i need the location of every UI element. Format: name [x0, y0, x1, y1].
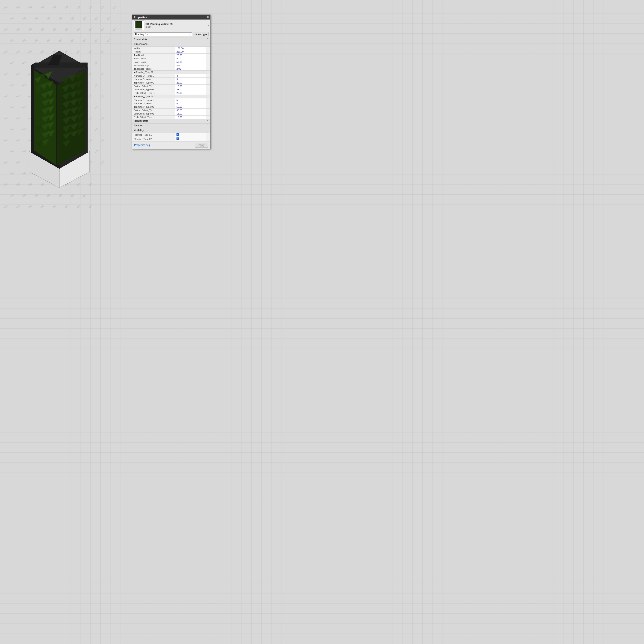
- svg-rect-62: [31, 65, 34, 150]
- vis-value-2[interactable]: [175, 137, 206, 141]
- vis-value-1[interactable]: [175, 133, 206, 137]
- svg-rect-66: [136, 22, 141, 29]
- table-row: Height 250.00: [132, 50, 210, 54]
- table-row: Right Offset_Type ... 18.00: [132, 116, 210, 119]
- subgroup-label-2: Planting_Type 02: [136, 95, 153, 98]
- prop-value-num-horiz-2[interactable]: 5: [175, 98, 206, 102]
- prop-value-base-depth[interactable]: 40.00: [175, 57, 206, 60]
- checkbox-planting-type-02[interactable]: [176, 137, 179, 140]
- component-info: RD_Planting Vertical 03 Black: [146, 23, 206, 28]
- table-row: Top Offser_Type 02 50.00: [132, 105, 210, 109]
- model-svg: [17, 43, 102, 188]
- table-row: Bottom Offset_Ty... 30.00: [132, 109, 210, 112]
- prop-value-num-vert-1[interactable]: 5: [175, 78, 206, 81]
- component-name: RD_Planting Vertical 03: [146, 23, 206, 26]
- table-row: Number Of Vertic... 4: [132, 102, 210, 105]
- prop-value-left-offset-1[interactable]: 23.00: [175, 88, 206, 91]
- prop-value-right-offset-2[interactable]: 18.00: [175, 116, 206, 119]
- prop-value-left-offset-2[interactable]: 18.00: [175, 112, 206, 116]
- phasing-label: Phasing: [134, 124, 143, 127]
- prop-checkbox-bottom-offset-2: [206, 109, 210, 112]
- properties-panel: Properties × RD_Planting Vertical 03 Bla…: [132, 14, 211, 149]
- subgroup-row-2[interactable]: ▶ Planting_Type 02: [132, 95, 210, 98]
- section-dimensions[interactable]: Dimensions ⌄: [132, 42, 210, 47]
- table-row: Base Depth 40.00: [132, 57, 210, 60]
- table-row: Left Offset_Type 02 18.00: [132, 112, 210, 116]
- dimensions-toggle: ⌄: [206, 43, 209, 46]
- checkbox-planting-type-01[interactable]: [176, 133, 179, 136]
- prop-checkbox-left-offset-1: [206, 88, 210, 91]
- edit-type-icon: ⊞: [195, 33, 197, 36]
- table-row: Thickness Frame 2.00: [132, 67, 210, 71]
- prop-label-thickness-top: Thickness Top: [132, 64, 175, 67]
- prop-label-num-vert-2: Number Of Vertic...: [132, 102, 175, 105]
- component-subheader: RD_Planting Vertical 03 Black ▾: [132, 20, 210, 31]
- section-identity-data[interactable]: Identity Data ⌃: [132, 119, 210, 124]
- prop-value-top-offset-1[interactable]: 22.00: [175, 81, 206, 85]
- section-phasing[interactable]: Phasing ⌃: [132, 124, 210, 128]
- table-row: Number Of Vertic... 5: [132, 78, 210, 81]
- edit-type-button[interactable]: ⊞ Edit Type: [193, 32, 209, 36]
- prop-value-width[interactable]: 130.00: [175, 47, 206, 50]
- prop-checkbox-base-depth: [206, 57, 210, 60]
- prop-checkbox-top-depth: [206, 54, 210, 57]
- isometric-model: [17, 43, 102, 188]
- subgroup-row[interactable]: ▶ Planting_Type 01: [132, 71, 210, 74]
- prop-value-thickness-frame[interactable]: 2.00: [175, 67, 206, 71]
- prop-label-bottom-offset-2: Bottom Offset_Ty...: [132, 109, 175, 112]
- vis-label-1: Planting_Type 01: [132, 133, 175, 137]
- vis-label-2: Planting_Type 02: [132, 137, 175, 141]
- prop-value-top-offset-2[interactable]: 50.00: [175, 105, 206, 109]
- panel-footer: Properties help Apply: [132, 141, 210, 149]
- prop-value-height[interactable]: 250.00: [175, 50, 206, 54]
- prop-label-bottom-offset-1: Bottom Offset_Ty...: [132, 85, 175, 88]
- prop-value-top-depth[interactable]: 25.00: [175, 54, 206, 57]
- prop-label-top-depth: Top Depth: [132, 54, 175, 57]
- svg-marker-61: [31, 63, 88, 67]
- prop-label-height: Height: [132, 50, 175, 54]
- prop-value-base-height[interactable]: 50.00: [175, 60, 206, 64]
- visibility-label: Visibility: [134, 129, 144, 132]
- selector-label: Planting (1): [135, 33, 148, 36]
- prop-value-num-vert-2[interactable]: 4: [175, 102, 206, 105]
- selector-dropdown[interactable]: Planting (1) ▾: [134, 32, 192, 36]
- section-visibility[interactable]: Visibility ⌄: [132, 128, 210, 133]
- component-thumbnail: [134, 20, 144, 30]
- table-row: Top Offset_Type 01 22.00: [132, 81, 210, 85]
- table-row: Width 130.00: [132, 47, 210, 50]
- component-dropdown-arrow[interactable]: ▾: [208, 24, 209, 27]
- identity-data-label: Identity Data: [134, 120, 148, 122]
- constraints-toggle: ⌃: [206, 38, 209, 41]
- vis-extra-1: [206, 133, 210, 137]
- apply-button[interactable]: Apply: [195, 143, 208, 148]
- visibility-row-1: Planting_Type 01: [132, 133, 210, 137]
- prop-value-bottom-offset-2[interactable]: 30.00: [175, 109, 206, 112]
- prop-checkbox-right-offset-2: [206, 116, 210, 119]
- table-row: Bottom Offset_Ty... 16.00: [132, 85, 210, 88]
- prop-checkbox-right-offset-1: [206, 91, 210, 95]
- subgroup-arrow-2: ▶: [134, 95, 135, 98]
- thumbnail-svg: [135, 21, 143, 30]
- section-constraints[interactable]: Constraints ⌃: [132, 37, 210, 42]
- table-row: Left Offset_Type 01 23.00: [132, 88, 210, 91]
- prop-value-thickness-top[interactable]: 8.00: [175, 64, 206, 67]
- panel-title: Properties: [134, 16, 147, 19]
- prop-value-bottom-offset-1[interactable]: 16.00: [175, 85, 206, 88]
- properties-table: Constraints ⌃ Dimensions ⌄ Width 130.00: [132, 37, 210, 141]
- table-row: Right Offset_Type ... 23.00: [132, 91, 210, 95]
- svg-rect-67: [135, 28, 142, 30]
- visibility-toggle: ⌄: [206, 129, 209, 132]
- properties-help-link[interactable]: Properties help: [134, 144, 151, 147]
- dimensions-label: Dimensions: [134, 43, 148, 45]
- prop-label-width: Width: [132, 47, 175, 50]
- close-button[interactable]: ×: [207, 15, 209, 19]
- prop-checkbox-num-vert-1: [206, 78, 210, 81]
- table-row: Thickness Top 8.00: [132, 64, 210, 67]
- table-row: Number Of Horizo... 4: [132, 74, 210, 78]
- component-sub: Black: [146, 26, 206, 28]
- scroll-area[interactable]: Constraints ⌃ Dimensions ⌄ Width 130.00: [132, 37, 210, 141]
- prop-value-num-horiz-1[interactable]: 4: [175, 74, 206, 78]
- prop-value-right-offset-1[interactable]: 23.00: [175, 91, 206, 95]
- constraints-label: Constraints: [134, 38, 147, 41]
- prop-label-num-vert-1: Number Of Vertic...: [132, 78, 175, 81]
